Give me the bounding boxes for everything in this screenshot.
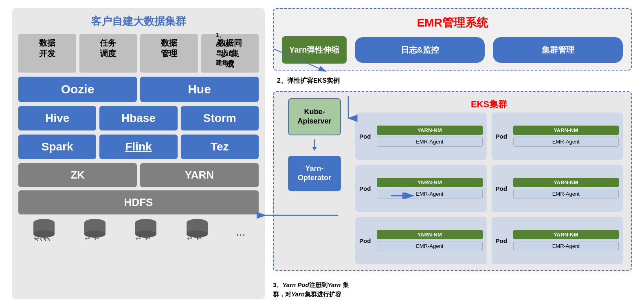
annotation-3: 3、Yarn Pod注册到Yarn 集群，对Yarn集群进行扩容: [273, 280, 632, 299]
pod-label-2: Pod: [496, 133, 510, 140]
zk-yarn-row: ZK YARN: [18, 163, 259, 187]
pod-inner-5: YARN-NM EMR-Agent: [377, 230, 483, 251]
db-icon-1: ⇄ ⇄: [32, 219, 56, 241]
emr-title: EMR管理系统: [282, 15, 623, 31]
hue-box: Hue: [140, 77, 259, 102]
yarn-elastic-box: Yarn弹性伸缩: [282, 36, 347, 64]
annotation-2: 2、弹性扩容EKS实例: [277, 77, 632, 85]
pod-label-1: Pod: [359, 133, 374, 140]
right-panel: 1、 EMR 导入自 建集群 EMR管理系统 Yarn弹性伸缩 日志&监控 集群…: [273, 8, 632, 299]
pod-inner-6: YARN-NM EMR-Agent: [513, 230, 619, 251]
box-task-schedule: 任务调度: [79, 34, 137, 73]
svg-text:⇄: ⇄: [85, 234, 90, 241]
box-data-mgmt: 数据管理: [140, 34, 198, 73]
spark-row: Spark Flink Tez: [18, 135, 259, 159]
svg-text:⇄: ⇄: [43, 234, 48, 241]
emr-agent-1: EMR-Agent: [377, 137, 483, 147]
pod-label-3: Pod: [359, 185, 374, 192]
yarn-nm-4: YARN-NM: [513, 178, 619, 187]
hive-row: Hive Hbase Storm: [18, 106, 259, 130]
svg-text:⇄: ⇄: [187, 234, 192, 241]
svg-text:⇄: ⇄: [94, 234, 99, 241]
zk-box: ZK: [18, 163, 137, 187]
pod-label-6: Pod: [496, 237, 510, 244]
yarn-nm-5: YARN-NM: [377, 230, 483, 239]
svg-text:⇄: ⇄: [196, 234, 202, 241]
db-icon-4: ⇄ ⇄: [185, 219, 209, 241]
oozie-box: Oozie: [18, 77, 137, 102]
arrow-down-svg: [310, 139, 319, 152]
db-svg-4: ⇄ ⇄: [185, 219, 209, 241]
yarn-operator-box: Yarn- Opterator: [288, 156, 341, 191]
svg-line-4: [40, 238, 42, 241]
db-svg-2: ⇄ ⇄: [83, 219, 107, 241]
eks-bottom-panel: Kube- Apiserver Yarn- Opterator EKS集群: [273, 91, 632, 271]
hdfs-box: HDFS: [18, 190, 259, 214]
svg-marker-25: [312, 147, 317, 151]
log-monitor-box: 日志&监控: [355, 37, 485, 63]
pod-card-4: Pod YARN-NM EMR-Agent: [492, 165, 623, 212]
flink-box: Flink: [99, 135, 177, 159]
left-title: 客户自建大数据集群: [18, 14, 259, 29]
pod-card-5: Pod YARN-NM EMR-Agent: [355, 217, 487, 264]
kube-apiserver-box: Kube- Apiserver: [288, 98, 341, 135]
yarn-nm-6: YARN-NM: [513, 230, 619, 239]
svg-text:⇄: ⇄: [145, 234, 150, 241]
yarn-nm-1: YARN-NM: [377, 126, 483, 135]
box-data-dev: 数据开发: [18, 34, 76, 73]
svg-text:⇄: ⇄: [136, 234, 141, 241]
db-icons-row: ⇄ ⇄ ⇄ ⇄ ⇄: [18, 219, 259, 241]
oozie-hue-row: Oozie Hue: [18, 77, 259, 102]
annotation-1: 1、 EMR 导入自 建集群: [216, 31, 265, 67]
pod-inner-2: YARN-NM EMR-Agent: [513, 126, 619, 147]
yarn-box: YARN: [140, 163, 259, 187]
pod-inner-3: YARN-NM EMR-Agent: [377, 178, 483, 199]
emr-top-panel: EMR管理系统 Yarn弹性伸缩 日志&监控 集群管理: [273, 8, 632, 71]
emr-agent-4: EMR-Agent: [513, 189, 619, 199]
pod-label-4: Pod: [496, 185, 510, 192]
emr-agent-5: EMR-Agent: [377, 241, 483, 251]
pod-inner-1: YARN-NM EMR-Agent: [377, 126, 483, 147]
eks-title: EKS集群: [355, 98, 623, 110]
pod-card-1: Pod YARN-NM EMR-Agent: [355, 113, 487, 160]
yarn-nm-3: YARN-NM: [377, 178, 483, 187]
db-svg-3: ⇄ ⇄: [134, 219, 158, 241]
pods-grid: Pod YARN-NM EMR-Agent Pod YARN-NM EMR-Ag…: [355, 113, 623, 264]
spark-box: Spark: [18, 135, 96, 159]
pod-inner-4: YARN-NM EMR-Agent: [513, 178, 619, 199]
pod-card-6: Pod YARN-NM EMR-Agent: [492, 217, 623, 264]
hbase-box: Hbase: [99, 106, 177, 130]
emr-boxes-row: Yarn弹性伸缩 日志&监控 集群管理: [282, 36, 623, 64]
emr-agent-3: EMR-Agent: [377, 189, 483, 199]
cluster-mgmt-box: 集群管理: [493, 37, 623, 63]
hive-box: Hive: [18, 106, 96, 130]
tez-box: Tez: [181, 135, 259, 159]
svg-text:⇄: ⇄: [34, 234, 39, 241]
emr-agent-2: EMR-Agent: [513, 137, 619, 147]
pod-label-5: Pod: [359, 237, 374, 244]
yarn-nm-2: YARN-NM: [513, 126, 619, 135]
emr-agent-6: EMR-Agent: [513, 241, 619, 251]
db-ellipsis: ...: [236, 225, 245, 239]
kube-column: Kube- Apiserver Yarn- Opterator: [282, 98, 347, 264]
pod-card-3: Pod YARN-NM EMR-Agent: [355, 165, 487, 212]
db-icon-2: ⇄ ⇄: [83, 219, 107, 241]
db-svg-1: ⇄ ⇄: [32, 219, 56, 241]
pods-section: EKS集群 Pod YARN-NM EMR-Agent Pod: [355, 98, 623, 264]
pod-card-2: Pod YARN-NM EMR-Agent: [492, 113, 623, 160]
storm-box: Storm: [181, 106, 259, 130]
db-icon-3: ⇄ ⇄: [134, 219, 158, 241]
